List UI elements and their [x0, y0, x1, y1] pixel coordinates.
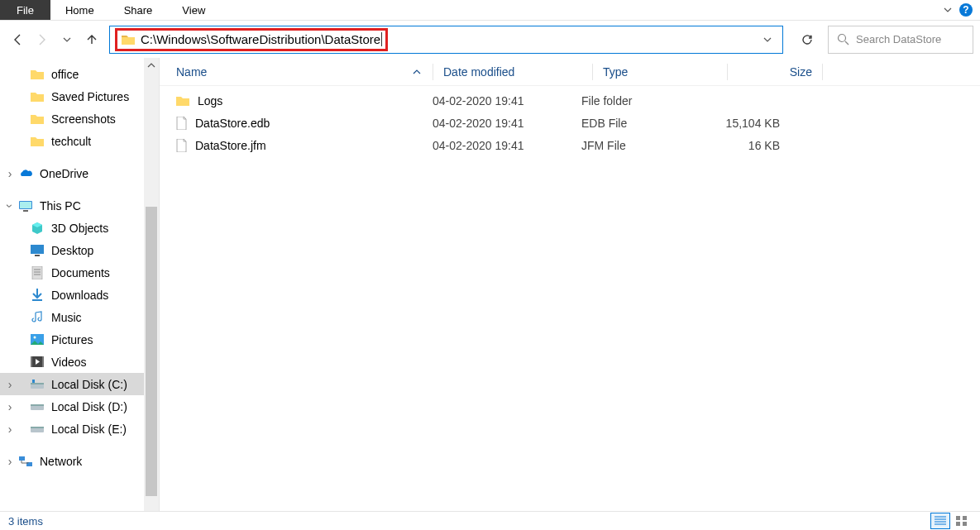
- ribbon-tabs: File Home Share View ?: [0, 0, 980, 21]
- drive-icon: [30, 422, 45, 437]
- svg-rect-26: [956, 522, 960, 526]
- search-box[interactable]: Search DataStore: [828, 26, 973, 54]
- sidebar-item-label: Pictures: [51, 333, 93, 346]
- chevron-right-icon[interactable]: ›: [5, 423, 15, 436]
- sidebar-item-screenshots[interactable]: Screenshots: [0, 107, 159, 130]
- ribbon-tab-home[interactable]: Home: [50, 0, 109, 20]
- refresh-button[interactable]: [793, 26, 821, 54]
- sidebar-item-desktop[interactable]: Desktop: [0, 239, 159, 261]
- column-date[interactable]: Date modified: [443, 65, 592, 79]
- navigation-bar: C:\Windows\SoftwareDistribution\DataStor…: [0, 21, 980, 58]
- svg-point-11: [34, 337, 36, 339]
- chevron-right-icon[interactable]: ›: [5, 378, 15, 391]
- navigation-pane: office Saved Pictures Screenshots techcu…: [0, 58, 159, 511]
- chevron-right-icon[interactable]: ›: [5, 167, 15, 180]
- sidebar-item-onedrive[interactable]: › OneDrive: [0, 162, 159, 184]
- file-row[interactable]: DataStore.jfm 04-02-2020 19:41 JFM File …: [160, 134, 980, 156]
- music-icon: [30, 310, 45, 325]
- chevron-right-icon[interactable]: ›: [5, 400, 15, 413]
- 3d-objects-icon: [30, 221, 45, 236]
- file-date: 04-02-2020 19:41: [433, 139, 581, 152]
- file-name: Logs: [198, 94, 222, 107]
- folder-icon: [30, 67, 45, 82]
- sidebar-item-office[interactable]: office: [0, 63, 159, 85]
- svg-rect-16: [31, 383, 44, 384]
- address-bar[interactable]: C:\Windows\SoftwareDistribution\DataStor…: [109, 26, 783, 54]
- svg-rect-13: [31, 356, 32, 367]
- pictures-icon: [30, 332, 45, 347]
- svg-rect-9: [32, 299, 42, 301]
- sidebar-item-music[interactable]: Music: [0, 306, 159, 328]
- svg-rect-8: [32, 266, 42, 279]
- file-row[interactable]: Logs 04-02-2020 19:41 File folder: [160, 89, 980, 112]
- status-bar: 3 items: [0, 511, 980, 530]
- sidebar-item-downloads[interactable]: Downloads: [0, 284, 159, 306]
- svg-rect-6: [31, 245, 44, 254]
- sidebar-item-label: office: [51, 68, 79, 81]
- sidebar-item-videos[interactable]: Videos: [0, 351, 159, 373]
- drive-icon: [30, 377, 45, 392]
- folder-icon: [30, 112, 45, 127]
- sidebar-item-label: techcult: [51, 135, 91, 148]
- up-button[interactable]: [81, 29, 103, 50]
- chevron-right-icon[interactable]: ›: [5, 455, 15, 468]
- file-icon: [176, 139, 187, 152]
- column-size[interactable]: Size: [738, 65, 812, 79]
- sidebar-item-savedpictures[interactable]: Saved Pictures: [0, 85, 159, 107]
- sidebar-item-thispc[interactable]: › This PC: [0, 194, 159, 217]
- svg-rect-7: [35, 255, 40, 256]
- sidebar-item-local-d[interactable]: › Local Disk (D:): [0, 395, 159, 418]
- svg-rect-24: [956, 516, 960, 520]
- sidebar-item-label: Saved Pictures: [51, 90, 129, 103]
- network-icon: [18, 454, 33, 469]
- sidebar-item-local-c[interactable]: › Local Disk (C:): [0, 373, 159, 395]
- ribbon-tab-share[interactable]: Share: [109, 0, 168, 20]
- chevron-down-icon[interactable]: ›: [3, 201, 17, 211]
- sidebar-item-network[interactable]: › Network: [0, 450, 159, 472]
- sidebar-item-label: This PC: [40, 199, 81, 212]
- sidebar-item-local-e[interactable]: › Local Disk (E:): [0, 418, 159, 440]
- sidebar-item-techcult[interactable]: techcult: [0, 130, 159, 152]
- column-type[interactable]: Type: [603, 65, 727, 79]
- svg-rect-4: [20, 202, 31, 208]
- ribbon-expand-icon[interactable]: [942, 4, 954, 16]
- sidebar-item-label: Music: [51, 311, 82, 324]
- svg-rect-19: [31, 404, 44, 406]
- folder-icon: [30, 89, 45, 104]
- file-type: File folder: [581, 94, 705, 107]
- ribbon-tab-file[interactable]: File: [0, 0, 50, 20]
- onedrive-icon: [18, 166, 33, 181]
- svg-text:?: ?: [963, 4, 968, 16]
- ribbon-tab-view[interactable]: View: [167, 0, 220, 20]
- sidebar-scrollbar[interactable]: [144, 58, 159, 511]
- sidebar-item-3dobjects[interactable]: 3D Objects: [0, 217, 159, 239]
- column-name[interactable]: Name: [176, 65, 433, 79]
- sidebar-item-pictures[interactable]: Pictures: [0, 328, 159, 351]
- scroll-up-icon[interactable]: [144, 58, 159, 73]
- svg-rect-27: [963, 522, 967, 526]
- sidebar-item-label: Documents: [51, 266, 110, 279]
- sidebar-item-documents[interactable]: Documents: [0, 261, 159, 284]
- address-highlight: C:\Windows\SoftwareDistribution\DataStor…: [115, 28, 388, 51]
- recent-locations-button[interactable]: [56, 29, 78, 50]
- svg-rect-22: [19, 456, 25, 461]
- file-date: 04-02-2020 19:41: [433, 94, 581, 107]
- details-view-button[interactable]: [930, 513, 950, 529]
- documents-icon: [30, 265, 45, 280]
- help-icon[interactable]: ?: [958, 2, 973, 17]
- file-size: 15,104 KB: [705, 117, 780, 130]
- scrollbar-thumb[interactable]: [146, 207, 157, 496]
- icons-view-button[interactable]: [952, 513, 972, 529]
- svg-rect-14: [42, 356, 44, 367]
- forward-button[interactable]: [31, 29, 53, 50]
- address-dropdown-icon[interactable]: [758, 35, 777, 45]
- file-size: 16 KB: [705, 139, 780, 152]
- desktop-icon: [30, 243, 45, 258]
- file-type: JFM File: [581, 139, 705, 152]
- sort-asc-icon: [413, 69, 421, 75]
- svg-rect-17: [32, 380, 35, 383]
- sidebar-item-label: Desktop: [51, 244, 93, 257]
- file-row[interactable]: DataStore.edb 04-02-2020 19:41 EDB File …: [160, 112, 980, 134]
- back-button[interactable]: [7, 29, 28, 50]
- sidebar-item-label: Local Disk (C:): [51, 378, 127, 391]
